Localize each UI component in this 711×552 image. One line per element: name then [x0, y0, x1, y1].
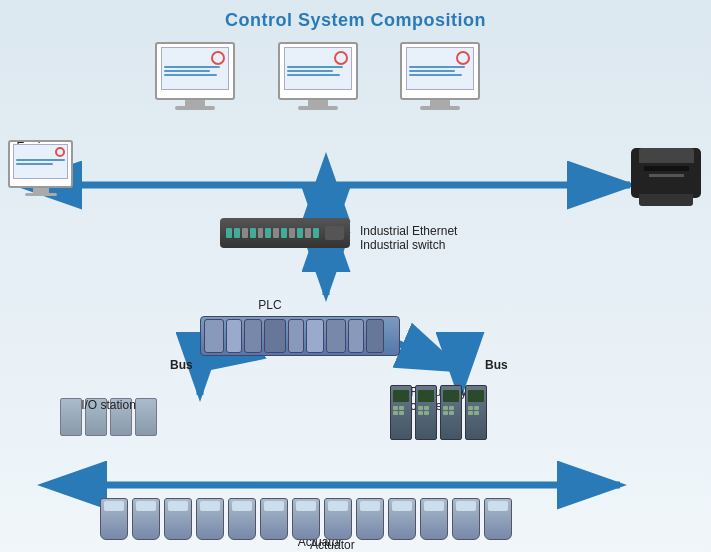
ethernet-label: Industrial Ethernet Industrial switch [360, 224, 457, 252]
printer: Printer [631, 148, 701, 198]
diagram-container: Control System Composition Operator stat… [0, 0, 711, 552]
actuator-icons [100, 498, 512, 540]
switch-icon [220, 218, 350, 248]
bus-right-label: Bus [485, 358, 508, 372]
bus-left-label: Bus [170, 358, 193, 372]
operator-station-3: Operator station [400, 42, 480, 110]
page-title: Control System Composition [0, 0, 711, 31]
monitor-icon-3 [400, 42, 480, 100]
plc: PLC [200, 298, 400, 356]
frequency-converter: Frequency converter [390, 385, 487, 440]
monitor-icon-2 [278, 42, 358, 100]
engineer-monitor-icon [8, 140, 73, 188]
monitor-icon-1 [155, 42, 235, 100]
svg-line-7 [390, 340, 460, 370]
operator-station-1: Operator station [155, 42, 235, 110]
industrial-switch [220, 218, 350, 248]
engineer-station: Engineer station [8, 140, 73, 196]
actuator-text-label: Actuator [310, 538, 355, 552]
plc-icon [200, 316, 400, 356]
printer-icon [631, 148, 701, 198]
operator-station-2: Operator station [278, 42, 358, 110]
io-station: I/O station [60, 398, 157, 436]
